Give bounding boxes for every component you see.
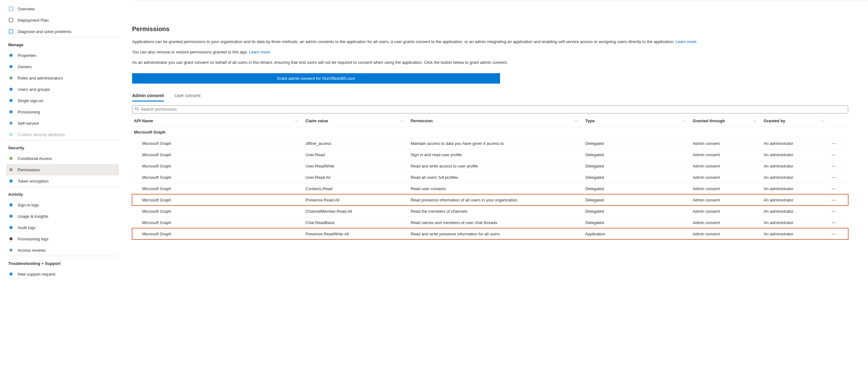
sidebar-item-roles-and-administrators[interactable]: Roles and administrators <box>6 72 119 83</box>
permission-row[interactable]: Microsoft GraphChat.ReadBasicRead names … <box>132 217 848 228</box>
column-header-granted-through[interactable]: Granted through↑↓ <box>691 115 762 127</box>
sidebar-item-deployment-plan[interactable]: Deployment Plan <box>6 14 122 26</box>
cell-claim-value: Contacts.Read <box>304 183 408 194</box>
sidebar-item-sign-in-logs[interactable]: Sign-in logs <box>6 199 119 210</box>
sidebar-item-label: Users and groups <box>18 87 50 92</box>
svg-line-21 <box>138 109 139 111</box>
sort-icon[interactable]: ↑↓ <box>821 119 825 123</box>
svg-point-17 <box>9 237 12 240</box>
svg-point-5 <box>9 76 12 79</box>
more-actions-icon[interactable]: ⋯ <box>832 186 836 191</box>
cell-granted-by: An administrator <box>762 138 830 149</box>
cell-granted-by: An administrator <box>762 172 830 183</box>
grant-admin-consent-button[interactable]: Grant admin consent for OurOffice365.com <box>132 73 500 83</box>
search-permissions-input[interactable] <box>141 107 845 111</box>
sidebar-item-new-support-request[interactable]: New support request <box>6 268 119 280</box>
more-actions-icon[interactable]: ⋯ <box>832 175 836 180</box>
more-actions-icon[interactable]: ⋯ <box>832 152 836 157</box>
sidebar-icon <box>8 109 14 115</box>
permission-row[interactable]: Microsoft GraphUser.Read.AllRead all use… <box>132 172 848 183</box>
cell-api-name: Microsoft Graph <box>132 160 304 172</box>
svg-point-14 <box>9 203 12 206</box>
sidebar-item-permissions[interactable]: Permissions <box>6 164 119 175</box>
main-content: Permissions Applications can be granted … <box>132 0 868 373</box>
sidebar-icon <box>8 64 14 69</box>
row-actions: ⋯ <box>830 194 848 205</box>
permission-row[interactable]: Microsoft GraphUser.ReadWriteRead and wr… <box>132 160 848 172</box>
more-actions-icon[interactable]: ⋯ <box>832 232 836 236</box>
more-actions-icon[interactable]: ⋯ <box>832 141 836 146</box>
svg-rect-0 <box>9 7 13 11</box>
learn-more-link-2[interactable]: Learn more. <box>249 49 271 54</box>
column-header-granted-by[interactable]: Granted by↑↓ <box>762 115 830 127</box>
learn-more-link-1[interactable]: Learn more. <box>676 39 698 44</box>
sidebar-item-conditional-access[interactable]: Conditional Access <box>6 153 119 164</box>
column-header-claim-value[interactable]: Claim value↑↓ <box>304 115 408 127</box>
sidebar-item-label: Deployment Plan <box>18 18 49 23</box>
column-header-permission[interactable]: Permission↑↓ <box>409 115 584 127</box>
sidebar-item-label: Access reviews <box>18 248 46 252</box>
tab-admin-consent[interactable]: Admin consent <box>132 91 164 102</box>
cell-granted-by: An administrator <box>762 149 830 160</box>
cell-claim-value: Presence.Read.All <box>304 194 408 205</box>
sidebar-item-provisioning[interactable]: Provisioning <box>6 106 119 117</box>
sidebar-icon <box>8 98 14 103</box>
permission-row[interactable]: Microsoft GraphPresence.Read.AllRead pre… <box>132 194 848 205</box>
sidebar-item-label: Sign-in logs <box>18 203 39 207</box>
sidebar-group-troubleshooting-support: Troubleshooting + Support <box>6 257 120 268</box>
sidebar-icon <box>8 17 14 23</box>
permission-row[interactable]: Microsoft GraphContacts.ReadRead user co… <box>132 183 848 194</box>
sidebar-item-usage-insights[interactable]: Usage & insights <box>6 210 119 222</box>
permission-row[interactable]: Microsoft GraphChannelMember.Read.AllRea… <box>132 205 848 217</box>
sidebar-item-custom-security-attributes: Custom security attributes <box>6 129 119 140</box>
sidebar-item-properties[interactable]: Properties <box>6 49 119 61</box>
api-group-header: Microsoft Graph <box>132 126 848 138</box>
cell-api-name: Microsoft Graph <box>132 217 304 228</box>
cell-permission: Read and write access to user profile <box>409 160 584 172</box>
sidebar-item-self-service[interactable]: Self-service <box>6 117 119 129</box>
sidebar-icon <box>8 132 14 137</box>
svg-rect-1 <box>9 18 13 22</box>
sort-icon[interactable]: ↑↓ <box>753 119 757 123</box>
more-actions-icon[interactable]: ⋯ <box>832 198 836 202</box>
sidebar-item-overview[interactable]: Overview <box>6 3 122 14</box>
sidebar-item-owners[interactable]: Owners <box>6 61 119 72</box>
sidebar-item-audit-logs[interactable]: Audit logs <box>6 222 119 233</box>
sidebar-item-access-reviews[interactable]: Access reviews <box>6 244 119 256</box>
tab-user-consent[interactable]: User consent <box>175 91 200 102</box>
sidebar-group-security: Security <box>6 141 120 153</box>
permission-row[interactable]: Microsoft Graphoffline_accessMaintain ac… <box>132 138 848 149</box>
permission-row[interactable]: Microsoft GraphUser.ReadSign in and read… <box>132 149 848 160</box>
more-actions-icon[interactable]: ⋯ <box>832 164 836 168</box>
cell-permission: Maintain access to data you have given i… <box>409 138 584 149</box>
more-actions-icon[interactable]: ⋯ <box>832 209 836 214</box>
cell-granted-by: An administrator <box>762 228 830 239</box>
sidebar-item-single-sign-on[interactable]: Single sign-on <box>6 95 119 106</box>
sort-icon[interactable]: ↑↓ <box>575 119 578 123</box>
sidebar-icon <box>8 213 14 219</box>
search-permissions-wrapper[interactable] <box>132 105 848 113</box>
sidebar-icon <box>8 121 14 126</box>
sort-icon[interactable]: ↑↓ <box>295 119 299 123</box>
sidebar-icon <box>8 167 14 172</box>
desc-2-text: You can also remove or restore permissio… <box>132 49 249 54</box>
sidebar-icon <box>8 271 14 277</box>
sidebar-icon <box>8 75 14 81</box>
permission-row[interactable]: Microsoft GraphPresence.ReadWrite.AllRea… <box>132 228 848 239</box>
sidebar-item-provisioning-logs[interactable]: Provisioning logs <box>6 233 119 244</box>
sort-icon[interactable]: ↑↓ <box>400 119 404 123</box>
sidebar-icon <box>8 156 14 161</box>
sidebar-item-users-and-groups[interactable]: Users and groups <box>6 83 119 95</box>
row-actions: ⋯ <box>830 160 848 172</box>
column-header-type[interactable]: Type↑↓ <box>583 115 691 127</box>
column-header-actions <box>830 115 848 127</box>
column-header-label: API Name <box>134 118 153 123</box>
column-header-api-name[interactable]: API Name↑↓ <box>132 115 304 127</box>
sort-icon[interactable]: ↑↓ <box>682 119 686 123</box>
sidebar-item-diagnose-and-solve-problems[interactable]: Diagnose and solve problems <box>6 26 122 37</box>
sidebar-item-label: Diagnose and solve problems <box>18 29 71 34</box>
cell-granted-through: Admin consent <box>691 228 762 239</box>
cell-permission: Read names and members of user chat thre… <box>409 217 584 228</box>
sidebar-item-token-encryption[interactable]: Token encryption <box>6 175 119 186</box>
more-actions-icon[interactable]: ⋯ <box>832 220 836 225</box>
